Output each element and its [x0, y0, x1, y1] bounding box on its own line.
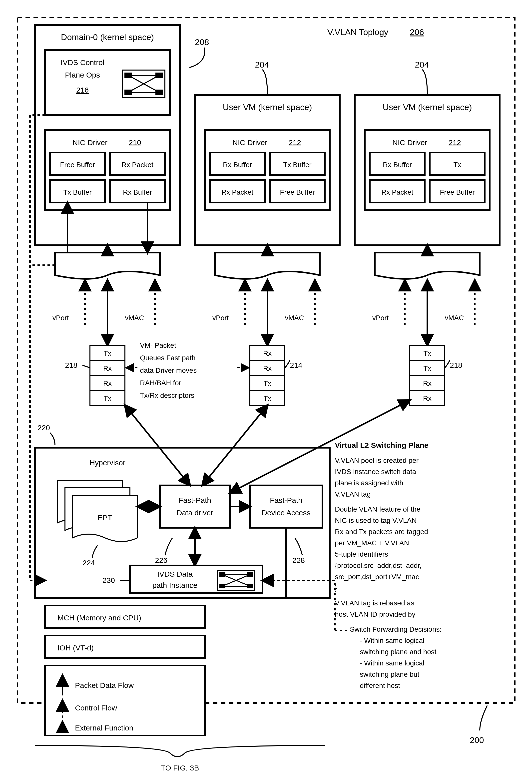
hyp-title: Hypervisor — [89, 458, 125, 467]
ref-200: 200 — [470, 735, 484, 745]
uvm1-bus — [215, 253, 320, 279]
uvm1-c0: Rx Buffer — [223, 161, 252, 168]
fpa-l2: Device Access — [262, 508, 310, 517]
fpd-box — [160, 485, 230, 528]
ref-204a: 204 — [255, 60, 269, 69]
queue-mid: Rx Rx Tx Tx — [250, 345, 285, 405]
vmac-0: vMAC — [125, 314, 144, 322]
svg-text:switching plane and host: switching plane and host — [360, 648, 437, 656]
uvm1-c3: Free Buffer — [280, 188, 315, 196]
svg-text:Rx: Rx — [423, 394, 432, 402]
ref-226: 226 — [155, 556, 167, 564]
domain0-title: Domain-0 (kernel space) — [61, 32, 154, 42]
vmac-2: vMAC — [445, 314, 464, 322]
svg-text:Tx: Tx — [263, 380, 271, 387]
legend-cf: Control Flow — [75, 704, 117, 712]
svg-text:Tx: Tx — [423, 350, 431, 357]
ref-216: 216 — [76, 86, 89, 94]
side-title: Virtual L2 Switching Plane — [335, 441, 429, 449]
d0-bus-shape — [55, 253, 160, 279]
svg-text:plane is assigned with: plane is assigned with — [335, 479, 403, 487]
vport-vmac-labels: vPort vMAC vPort vMAC vPort vMAC — [52, 314, 464, 322]
uvm1-nic-title: NIC Driver — [232, 138, 267, 146]
uvm2-c2: Rx Packet — [381, 188, 413, 196]
svg-text:V.VLAN tag is rebased as: V.VLAN tag is rebased as — [335, 599, 414, 607]
ivds-l2: Plane Ops — [65, 71, 100, 79]
brace-icon — [35, 746, 325, 757]
svg-text:Switch Forwarding Decisions:: Switch Forwarding Decisions: — [350, 626, 442, 633]
uvm1-title: User VM (kernel space) — [223, 102, 312, 112]
ivds-dp-l1: IVDS Data — [157, 570, 193, 578]
svg-text:host VLAN ID provided by: host VLAN ID provided by — [335, 611, 415, 618]
uvm1-c2: Rx Packet — [221, 188, 253, 196]
qnote-3: RAH/BAH for — [140, 379, 181, 387]
qnote-1: Queues Fast path — [140, 354, 196, 362]
d0-cell-0: Free Buffer — [60, 161, 95, 168]
d0-cell-2: Tx Buffer — [63, 188, 91, 196]
mch-label: MCH (Memory and CPU) — [57, 614, 141, 622]
svg-text:Tx: Tx — [103, 394, 111, 402]
svg-text:Tx: Tx — [103, 350, 111, 357]
svg-text:Double VLAN feature of the: Double VLAN feature of the — [335, 505, 420, 513]
fpa-l1: Fast-Path — [270, 496, 302, 504]
ref-224: 224 — [82, 558, 95, 567]
vport-2: vPort — [372, 314, 389, 322]
vport-1: vPort — [212, 314, 229, 322]
svg-text:Rx: Rx — [263, 365, 272, 372]
to-fig-3b: TO FIG. 3B — [161, 764, 199, 772]
ref-206: 206 — [410, 27, 424, 37]
ref-208: 208 — [195, 37, 209, 47]
qnote-4: Tx/Rx descriptors — [140, 391, 194, 399]
legend-ef: External Function — [75, 724, 133, 732]
svg-text:{protocol,src_addr,dst_addr,: {protocol,src_addr,dst_addr, — [335, 561, 422, 569]
ref-220: 220 — [37, 423, 50, 432]
ivds-dp-l2: path Instance — [152, 581, 197, 590]
d0-nic-title: NIC Driver — [72, 138, 107, 146]
queue-left: Tx Rx Rx Tx — [90, 345, 125, 405]
side-p2: Double VLAN feature of the NIC is used t… — [335, 505, 428, 592]
uvm1-c1: Tx Buffer — [283, 161, 311, 168]
svg-text:Rx: Rx — [423, 380, 432, 387]
svg-text:per VM_MAC + V.VLAN +: per VM_MAC + V.VLAN + — [335, 539, 415, 547]
svg-text:NIC is used to tag V.VLAN: NIC is used to tag V.VLAN — [335, 516, 417, 524]
svg-text:Rx: Rx — [263, 350, 272, 357]
ref-214: 214 — [290, 361, 302, 369]
ept-label: EPT — [98, 513, 112, 522]
svg-text:V.VLAN tag: V.VLAN tag — [335, 490, 371, 498]
ref-228: 228 — [292, 556, 305, 564]
vmac-1: vMAC — [285, 314, 304, 322]
vport-0: vPort — [52, 314, 69, 322]
ref-212a: 212 — [289, 138, 301, 146]
uvm2-c1: Tx — [453, 161, 461, 168]
queue-right: Tx Tx Rx Rx — [410, 345, 445, 405]
qnote-2: data Driver moves — [140, 367, 197, 374]
svg-text:Rx and Tx packets are tagged: Rx and Tx packets are tagged — [335, 528, 428, 535]
svg-text:V.VLAN pool is created per: V.VLAN pool is created per — [335, 456, 419, 464]
lead-208 — [189, 47, 205, 67]
fpd-l1: Fast-Path — [179, 496, 211, 504]
d0-cell-1: Rx Packet — [121, 161, 153, 168]
svg-text:switching plane but: switching plane but — [360, 671, 419, 678]
svg-text:Rx: Rx — [103, 365, 112, 372]
ioh-label: IOH (VT-d) — [57, 644, 94, 652]
side-p1: V.VLAN pool is created per IVDS instance… — [335, 456, 419, 498]
svg-text:- Within same logical: - Within same logical — [360, 659, 424, 667]
ref-218a: 218 — [65, 361, 77, 369]
svg-text:- Within same logical: - Within same logical — [360, 637, 424, 645]
fpd-l2: Data driver — [177, 508, 213, 517]
svg-text:different host: different host — [360, 682, 400, 690]
svg-text:Rx: Rx — [103, 380, 112, 387]
side-p3: V.VLAN tag is rebased as host VLAN ID pr… — [335, 599, 415, 618]
svg-text:IVDS instance switch data: IVDS instance switch data — [335, 468, 416, 475]
legend-pdf: Packet Data Flow — [75, 681, 134, 690]
svg-text:5-tuple identifiers: 5-tuple identifiers — [335, 550, 388, 558]
ref-210: 210 — [129, 138, 141, 146]
uvm2-c0: Rx Buffer — [383, 161, 412, 168]
svg-text:Tx: Tx — [423, 365, 431, 372]
ref-218b: 218 — [450, 361, 462, 369]
qnote-0: VM- Packet — [140, 342, 176, 349]
uvm2-bus — [375, 253, 480, 279]
fpa-box — [250, 485, 322, 528]
d0-cell-3: Rx Buffer — [123, 188, 152, 196]
uvm2-title: User VM (kernel space) — [383, 102, 472, 112]
